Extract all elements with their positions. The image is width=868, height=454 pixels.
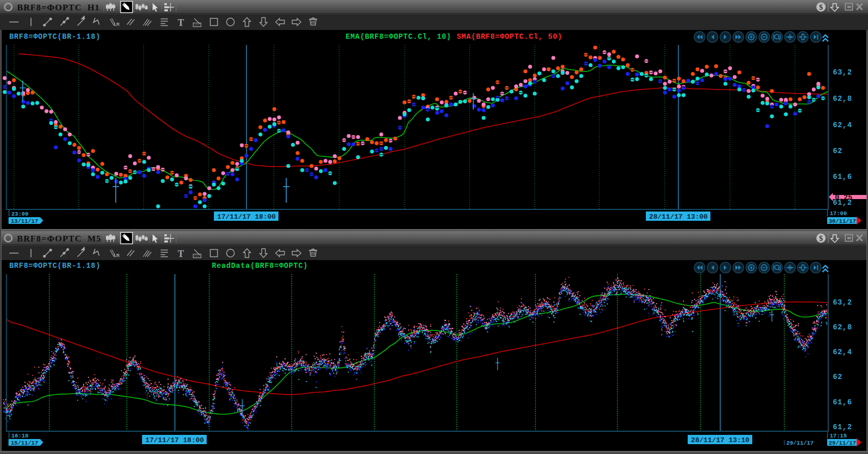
svg-text:15/11/17: 15/11/17 [11,440,38,446]
svg-text:LR: LR [114,253,119,258]
svg-text:SMA(BRF8=ФОРТС.Cl, 50): SMA(BRF8=ФОРТС.Cl, 50) [457,33,563,41]
svg-text:62: 62 [833,147,843,155]
svg-text:62,4: 62,4 [833,348,852,356]
svg-text:62,8: 62,8 [833,323,852,331]
svg-text:62: 62 [833,373,843,381]
svg-text:0,25: 0,25 [835,193,853,202]
svg-text:16:10: 16:10 [11,433,28,439]
svg-text:EMA(BRF8=ФОРТС.Cl, 10): EMA(BRF8=ФОРТС.Cl, 10) [346,33,452,41]
svg-text:17/11/17 18:00: 17/11/17 18:00 [217,213,275,221]
svg-text:63,2: 63,2 [833,68,852,77]
svg-text:62,4: 62,4 [833,121,852,129]
svg-text:30/11/17: 30/11/17 [829,218,856,224]
svg-text:BRF8=ФОРТС(BR-1.18): BRF8=ФОРТС(BR-1.18) [9,33,101,41]
svg-text:62,8: 62,8 [833,95,852,103]
svg-text:29/11/17: 29/11/17 [829,440,856,446]
svg-text:$: $ [819,3,823,11]
svg-text:28/11/17 13:10: 28/11/17 13:10 [691,436,749,444]
svg-text:$: $ [819,234,823,243]
svg-text:63,2: 63,2 [833,298,852,307]
svg-text:ReadData(BRF8=ФОРТС): ReadData(BRF8=ФОРТС) [212,262,308,270]
svg-text:23:00: 23:00 [11,211,28,217]
svg-text:LR: LR [114,22,119,27]
svg-text:17:00: 17:00 [830,210,847,217]
svg-text:BRF8=ФОРТС(BR-1.18): BRF8=ФОРТС(BR-1.18) [9,262,101,270]
svg-text:17:15: 17:15 [830,433,847,439]
svg-text:BRF8=ФОРТС H1: BRF8=ФОРТС H1 [17,3,100,12]
svg-text:28/11/17 13:00: 28/11/17 13:00 [649,213,707,221]
svg-text:13/11/17: 13/11/17 [11,218,38,224]
svg-text:29/11/17: 29/11/17 [786,440,814,446]
svg-text:61,6: 61,6 [833,173,852,181]
svg-text:BRF8=ФОРТС M5: BRF8=ФОРТС M5 [17,234,101,244]
svg-text:61,2: 61,2 [833,423,852,431]
svg-text:17/11/17 18:00: 17/11/17 18:00 [145,436,204,444]
svg-text:61,6: 61,6 [833,398,852,406]
svg-text:T: T [178,18,184,28]
svg-text:T: T [178,249,184,259]
